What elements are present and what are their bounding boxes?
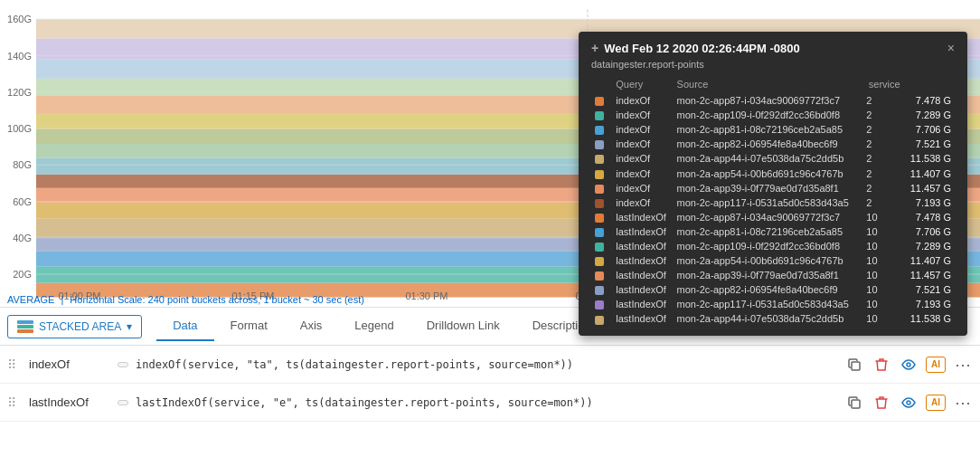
ai-button[interactable]: AI	[926, 357, 946, 373]
tooltip-row: indexOf mon-2c-app87-i-034ac90069772f3c7…	[591, 93, 955, 108]
chart-tooltip: + Wed Feb 12 2020 02:26:44PM -0800 × dat…	[579, 32, 967, 336]
tooltip-row: indexOf mon-2a-app39-i-0f779ae0d7d35a8f1…	[591, 181, 955, 195]
tooltip-row: indexOf mon-2a-app44-i-07e5038da75c2dd5b…	[591, 151, 955, 166]
tooltip-subtitle: dataingester.report-points	[591, 59, 955, 70]
tab-data[interactable]: Data	[156, 311, 213, 341]
svg-rect-40	[17, 325, 33, 328]
tooltip-row: indexOf mon-2c-app109-i-0f292df2cc36bd0f…	[591, 108, 955, 122]
tooltip-row: lastIndexOf mon-2c-app82-i-06954fe8a40be…	[591, 282, 955, 297]
eye-icon	[901, 397, 916, 408]
tooltip-row: lastIndexOf mon-2a-app39-i-0f779ae0d7d35…	[591, 268, 955, 282]
tooltip-row: lastIndexOf mon-2c-app109-i-0f292df2cc36…	[591, 239, 955, 253]
drag-handle[interactable]: ⠿	[7, 357, 22, 372]
copy-icon	[847, 357, 862, 372]
svg-text:01:30 PM: 01:30 PM	[405, 290, 448, 300]
query-actions: AI ⋯	[844, 393, 973, 413]
tab-format[interactable]: Format	[214, 311, 284, 341]
ai-button[interactable]: AI	[926, 395, 946, 411]
eye-button[interactable]	[899, 393, 919, 413]
tooltip-row: lastIndexOf mon-2c-app87-i-034ac90069772…	[591, 210, 955, 224]
tooltip-row: lastIndexOf mon-2c-app117-i-0531a5d0c583…	[591, 297, 955, 311]
delete-icon	[875, 395, 888, 410]
tooltip-row: indexOf mon-2a-app54-i-00b6d691c96c4767b…	[591, 166, 955, 180]
query-expression: lastIndexOf(service, "e", ts(dataingeste…	[136, 396, 837, 409]
copy-button[interactable]	[844, 355, 864, 375]
svg-rect-39	[17, 320, 33, 324]
tooltip-row: lastIndexOf mon-2c-app81-i-08c72196ceb2a…	[591, 224, 955, 239]
svg-text:120G: 120G	[7, 87, 32, 98]
delete-icon	[875, 357, 888, 372]
stacked-area-icon	[17, 320, 33, 333]
svg-rect-44	[852, 400, 860, 408]
chart-type-button[interactable]: STACKED AREA ▾	[7, 315, 142, 338]
tooltip-plus-icon: +	[591, 41, 598, 55]
svg-text:160G: 160G	[7, 14, 32, 24]
tab-legend[interactable]: Legend	[338, 311, 410, 341]
tooltip-row: lastIndexOf mon-2a-app54-i-00b6d691c96c4…	[591, 253, 955, 268]
code-toggle-button[interactable]	[118, 400, 128, 405]
tooltip-row: indexOf mon-2c-app117-i-0531a5d0c583d43a…	[591, 195, 955, 210]
code-toggle-button[interactable]	[118, 362, 128, 367]
svg-point-45	[907, 401, 910, 405]
tooltip-row: indexOf mon-2c-app81-i-08c72196ceb2a5a85…	[591, 122, 955, 137]
drag-handle[interactable]: ⠿	[7, 395, 22, 410]
eye-button[interactable]	[899, 355, 919, 375]
eye-icon	[901, 359, 916, 370]
more-button[interactable]: ⋯	[953, 393, 973, 413]
query-row: ⠿ lastIndexOf lastIndexOf(service, "e", …	[0, 384, 980, 422]
query-name: indexOf	[29, 357, 110, 371]
svg-rect-41	[17, 329, 33, 333]
query-row: ⠿ indexOf indexOf(service, "ta", ts(data…	[0, 346, 980, 384]
svg-text:60G: 60G	[13, 195, 32, 206]
delete-button[interactable]	[872, 393, 891, 413]
query-actions: AI ⋯	[844, 355, 973, 375]
tab-drilldown[interactable]: Drilldown Link	[410, 311, 516, 341]
chevron-down-icon: ▾	[127, 320, 132, 333]
tab-axis[interactable]: Axis	[284, 311, 339, 341]
query-expression: indexOf(service, "ta", ts(dataingester.r…	[136, 358, 837, 371]
tooltip-row: lastIndexOf mon-2a-app44-i-07e5038da75c2…	[591, 311, 955, 326]
average-scale-text: AVERAGE | Horizontal Scale: 240 point bu…	[4, 294, 364, 305]
svg-text:100G: 100G	[7, 123, 32, 134]
tooltip-title: + Wed Feb 12 2020 02:26:44PM -0800	[591, 41, 800, 55]
delete-button[interactable]	[872, 355, 891, 375]
svg-text:80G: 80G	[13, 159, 32, 170]
copy-button[interactable]	[844, 393, 864, 413]
tooltip-row: indexOf mon-2c-app82-i-06954fe8a40bec6f9…	[591, 137, 955, 151]
query-name: lastIndexOf	[29, 395, 110, 409]
query-rows: ⠿ indexOf indexOf(service, "ta", ts(data…	[0, 346, 980, 422]
svg-text:40G: 40G	[13, 233, 32, 243]
chart-area: 160G 140G 120G 100G 80G 60G 40G 20G 01:0…	[0, 0, 980, 308]
svg-text:20G: 20G	[13, 269, 32, 280]
more-button[interactable]: ⋯	[953, 355, 973, 375]
tooltip-close-button[interactable]: ×	[947, 41, 955, 55]
svg-text:140G: 140G	[7, 50, 32, 61]
copy-icon	[847, 395, 862, 410]
svg-point-43	[907, 363, 910, 367]
svg-rect-42	[852, 362, 860, 370]
tooltip-table: Query Source service indexOf mon-2c-app8…	[591, 77, 955, 327]
